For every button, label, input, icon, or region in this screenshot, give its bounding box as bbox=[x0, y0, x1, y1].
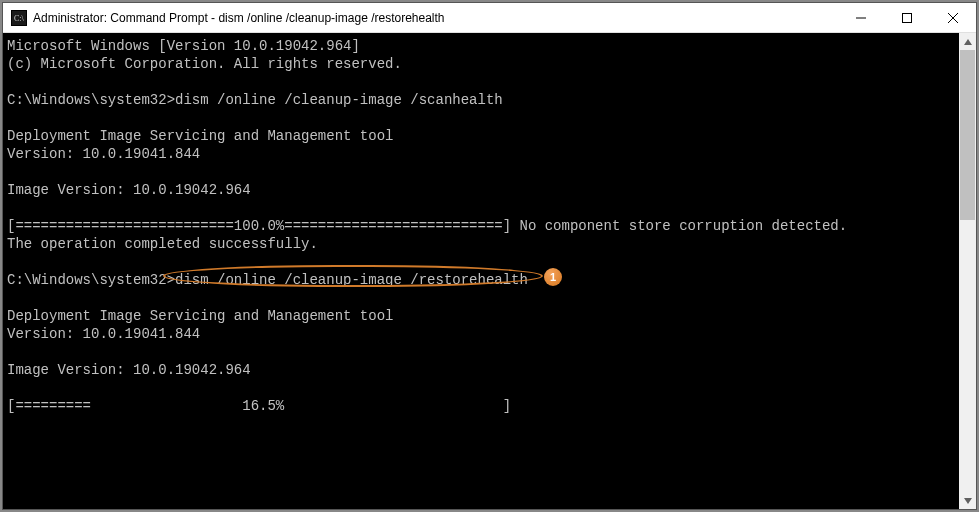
copyright-line: (c) Microsoft Corporation. All rights re… bbox=[7, 55, 959, 73]
progress-complete-line: [==========================100.0%=======… bbox=[7, 217, 959, 235]
prompt-text: C:\Windows\system32> bbox=[7, 272, 175, 288]
command-prompt-window: C:\ Administrator: Command Prompt - dism… bbox=[2, 2, 977, 510]
os-version-line: Microsoft Windows [Version 10.0.19042.96… bbox=[7, 37, 959, 55]
progress-partial-line: [========= 16.5% ] bbox=[7, 397, 959, 415]
terminal-output[interactable]: Microsoft Windows [Version 10.0.19042.96… bbox=[3, 33, 959, 509]
scroll-track[interactable] bbox=[959, 50, 976, 492]
operation-complete: The operation completed successfully. bbox=[7, 235, 959, 253]
window-controls bbox=[838, 3, 976, 32]
blank-line bbox=[7, 289, 959, 307]
prompt-line-1: C:\Windows\system32>dism /online /cleanu… bbox=[7, 91, 959, 109]
scroll-down-button[interactable] bbox=[959, 492, 976, 509]
minimize-button[interactable] bbox=[838, 3, 884, 32]
blank-line bbox=[7, 73, 959, 91]
no-corruption-msg: No component store corruption detected. bbox=[511, 218, 847, 234]
scroll-thumb[interactable] bbox=[960, 50, 975, 220]
dism-tool-name: Deployment Image Servicing and Managemen… bbox=[7, 307, 959, 325]
dism-tool-version: Version: 10.0.19041.844 bbox=[7, 325, 959, 343]
blank-line bbox=[7, 343, 959, 361]
blank-line bbox=[7, 109, 959, 127]
prompt-line-2: C:\Windows\system32>dism /online /cleanu… bbox=[7, 271, 959, 289]
svg-marker-8 bbox=[964, 498, 972, 504]
close-button[interactable] bbox=[930, 3, 976, 32]
blank-line bbox=[7, 163, 959, 181]
cmd-icon: C:\ bbox=[11, 10, 27, 26]
command-scan: dism /online /cleanup-image /scanhealth bbox=[175, 92, 503, 108]
titlebar[interactable]: C:\ Administrator: Command Prompt - dism… bbox=[3, 3, 976, 33]
blank-line bbox=[7, 199, 959, 217]
dism-tool-name: Deployment Image Servicing and Managemen… bbox=[7, 127, 959, 145]
image-version: Image Version: 10.0.19042.964 bbox=[7, 361, 959, 379]
vertical-scrollbar[interactable] bbox=[959, 33, 976, 509]
dism-tool-version: Version: 10.0.19041.844 bbox=[7, 145, 959, 163]
image-version: Image Version: 10.0.19042.964 bbox=[7, 181, 959, 199]
maximize-button[interactable] bbox=[884, 3, 930, 32]
prompt-text: C:\Windows\system32> bbox=[7, 92, 175, 108]
client-area: Microsoft Windows [Version 10.0.19042.96… bbox=[3, 33, 976, 509]
scroll-up-button[interactable] bbox=[959, 33, 976, 50]
svg-rect-4 bbox=[903, 13, 912, 22]
svg-marker-7 bbox=[964, 39, 972, 45]
window-title: Administrator: Command Prompt - dism /on… bbox=[33, 11, 838, 25]
blank-line bbox=[7, 253, 959, 271]
svg-text:C:\: C:\ bbox=[14, 14, 25, 23]
command-restore: dism /online /cleanup-image /restoreheal… bbox=[175, 272, 528, 288]
blank-line bbox=[7, 379, 959, 397]
